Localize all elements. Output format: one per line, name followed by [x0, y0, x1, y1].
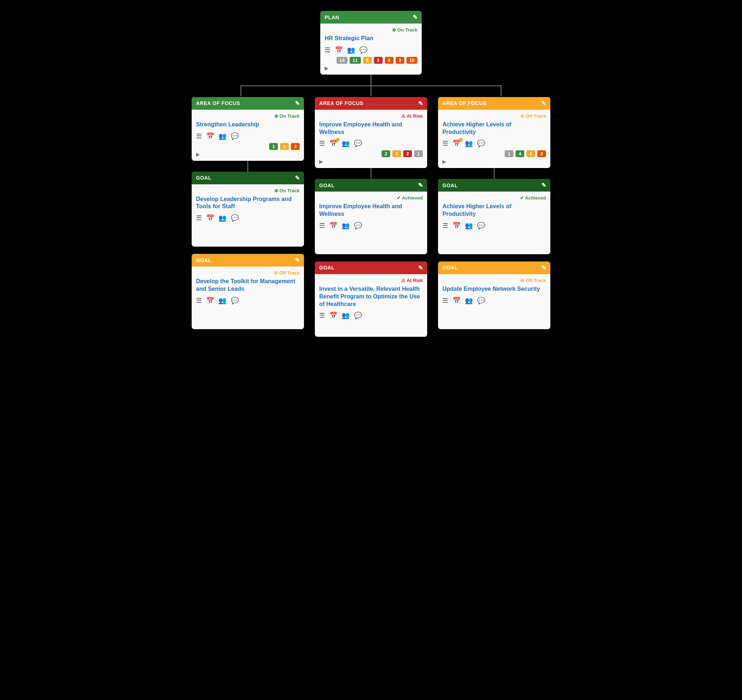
calendar-icon[interactable]: 📅: [206, 214, 214, 222]
area-2-icons: ☰ 📅 👥 💬: [319, 140, 423, 147]
area-2-label: AREA OF FOCUS: [319, 100, 364, 106]
chip-3[interactable]: 1: [526, 150, 535, 157]
people-icon[interactable]: 👥: [218, 132, 227, 140]
area-col-2: AREA OF FOCUS ✎ ⚠ At Risk Improve Employ…: [315, 97, 427, 337]
goal-2a-icons: ☰ 📅 👥 💬: [319, 222, 423, 229]
goal-2a-edit[interactable]: ✎: [418, 182, 423, 189]
areas-row: AREA OF FOCUS ✎ ⊕ On Track Strengthen Le…: [172, 97, 570, 337]
plan-card: PLAN ✎ ⊕ On Track HR Strategic Plan ☰ 📅 …: [320, 11, 422, 75]
chip-3[interactable]: 2: [403, 150, 412, 157]
calendar-icon[interactable]: 📅: [335, 46, 343, 54]
comment-icon[interactable]: 💬: [477, 297, 485, 304]
plan-header: PLAN ✎: [320, 11, 422, 24]
list-icon[interactable]: ☰: [442, 222, 448, 229]
area-2-expand[interactable]: ▶: [319, 159, 423, 165]
calendar-icon[interactable]: 📅: [329, 312, 337, 319]
comment-icon[interactable]: 💬: [231, 132, 239, 140]
people-icon[interactable]: 👥: [218, 297, 227, 304]
goal-1b-icons: ☰ 📅 👥 💬: [196, 297, 300, 304]
area-2-edit[interactable]: ✎: [418, 100, 423, 107]
chip-4[interactable]: 2: [537, 150, 546, 157]
branch-hline: [241, 85, 501, 86]
area-3-title[interactable]: Achieve Higher Levels of Productivity: [442, 121, 546, 136]
plan-title[interactable]: HR Strategic Plan: [325, 35, 417, 43]
chip-4[interactable]: 1: [414, 150, 423, 157]
area-1-expand[interactable]: ▶: [196, 151, 300, 157]
goal-1b-body: ⊖ Off Track Develop the Toolkit for Mana…: [192, 266, 304, 329]
people-icon[interactable]: 👥: [342, 140, 350, 147]
chip-green[interactable]: 11: [350, 57, 361, 64]
chip-2[interactable]: 1: [280, 143, 289, 150]
area-3-expand[interactable]: ▶: [442, 159, 546, 165]
area-1-icons: ☰ 📅 👥 💬: [196, 132, 300, 140]
people-icon[interactable]: 👥: [465, 297, 473, 304]
col2-conn: [371, 168, 371, 179]
area-2-title[interactable]: Improve Employee Health and Wellness: [319, 121, 423, 136]
chip-2[interactable]: 4: [515, 150, 524, 157]
comment-icon[interactable]: 💬: [359, 46, 367, 54]
goal-3b-title[interactable]: Update Employee Network Security: [442, 285, 546, 293]
people-icon[interactable]: 👥: [342, 222, 350, 229]
chip-1[interactable]: 1: [269, 143, 278, 150]
people-icon[interactable]: 👥: [218, 214, 227, 222]
calendar-icon[interactable]: 📅: [329, 222, 337, 229]
chip-2[interactable]: 1: [392, 150, 401, 157]
list-icon[interactable]: ☰: [442, 140, 448, 147]
goal-3a-edit[interactable]: ✎: [541, 182, 546, 189]
goal-1a-edit[interactable]: ✎: [295, 175, 300, 181]
goal-3a-title[interactable]: Achieve Higher Levels of Productivity: [442, 203, 546, 218]
people-icon[interactable]: 👥: [347, 46, 355, 54]
comment-icon[interactable]: 💬: [354, 222, 362, 229]
list-icon[interactable]: ☰: [319, 140, 325, 147]
goal-2b-title[interactable]: Invest in a Versatile, Relevant Health B…: [319, 285, 423, 308]
comment-icon[interactable]: 💬: [477, 222, 485, 229]
chip-1[interactable]: 2: [381, 150, 390, 157]
area-1-title[interactable]: Strengthen Leadership: [196, 121, 300, 129]
calendar-badge-icon[interactable]: 📅: [329, 140, 337, 147]
comment-icon[interactable]: 💬: [231, 214, 239, 222]
chip-orange-2[interactable]: 3: [396, 57, 404, 64]
calendar-badge-icon-3[interactable]: 📅: [452, 140, 461, 147]
chip-orange-3[interactable]: 10: [406, 57, 417, 64]
area-3-chips: 1 4 1 2: [442, 150, 546, 157]
people-icon[interactable]: 👥: [465, 222, 473, 229]
chip-gray[interactable]: 14: [337, 57, 347, 64]
chip-3[interactable]: 3: [291, 143, 300, 150]
plan-expand[interactable]: ▶: [325, 65, 417, 71]
list-icon[interactable]: ☰: [196, 132, 202, 140]
goal-1b-edit[interactable]: ✎: [295, 257, 300, 264]
goal-1a-header: GOAL ✎: [192, 172, 304, 184]
area-card-2: AREA OF FOCUS ✎ ⚠ At Risk Improve Employ…: [315, 97, 427, 168]
people-icon[interactable]: 👥: [465, 140, 473, 147]
list-icon[interactable]: ☰: [196, 297, 202, 304]
comment-icon[interactable]: 💬: [354, 312, 362, 319]
chip-1[interactable]: 1: [505, 150, 513, 157]
list-icon[interactable]: ☰: [319, 312, 325, 319]
area-card-3: AREA OF FOCUS ✎ ⊖ Off Track Achieve High…: [438, 97, 550, 168]
chip-orange-1[interactable]: 3: [385, 57, 393, 64]
calendar-icon[interactable]: 📅: [452, 222, 461, 229]
calendar-icon[interactable]: 📅: [206, 297, 214, 304]
list-icon[interactable]: ☰: [196, 214, 202, 222]
area-1-edit[interactable]: ✎: [295, 100, 300, 107]
list-icon[interactable]: ☰: [442, 297, 448, 304]
list-icon[interactable]: ☰: [319, 222, 325, 229]
comment-icon[interactable]: 💬: [231, 297, 239, 304]
goal-1b-title[interactable]: Develop the Toolkit for Management and S…: [196, 278, 300, 293]
comment-icon[interactable]: 💬: [477, 140, 485, 147]
goal-1a-title[interactable]: Develop Leadership Programs and Tools fo…: [196, 196, 300, 211]
area-2-chips: 2 1 2 1: [319, 150, 423, 157]
calendar-icon[interactable]: 📅: [206, 132, 214, 140]
goal-2a-title[interactable]: Improve Employee Health and Wellness: [319, 203, 423, 218]
chip-red[interactable]: 3: [374, 57, 383, 64]
goal-2b-edit[interactable]: ✎: [418, 264, 423, 271]
list-icon[interactable]: ☰: [325, 46, 330, 54]
goal-3b-edit[interactable]: ✎: [541, 264, 546, 271]
people-icon[interactable]: 👥: [342, 312, 350, 319]
plan-chips: 14 11 5 3 3 3 10: [325, 57, 417, 64]
calendar-icon[interactable]: 📅: [452, 297, 461, 304]
area-3-edit[interactable]: ✎: [541, 100, 546, 107]
chip-yellow[interactable]: 5: [363, 57, 372, 64]
plan-edit-icon[interactable]: ✎: [413, 14, 418, 21]
comment-icon[interactable]: 💬: [354, 140, 362, 147]
